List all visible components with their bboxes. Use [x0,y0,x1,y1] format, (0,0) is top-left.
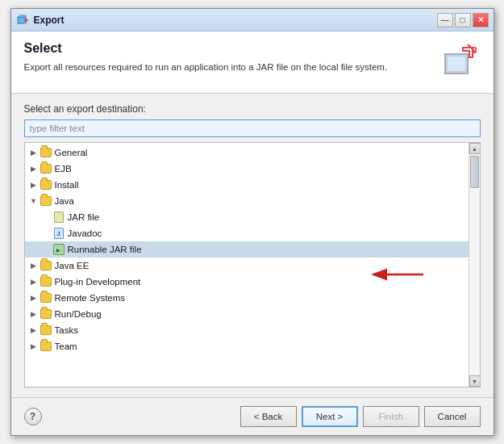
help-button[interactable]: ? [24,408,42,425]
header-description: Export all resources required to run an … [24,61,431,73]
tree-item-install[interactable]: ▶ Install [25,177,469,193]
window-icon [16,14,29,27]
section-label: Select an export destination: [24,103,481,115]
filter-input[interactable] [24,119,481,137]
toggle-run-debug[interactable]: ▶ [28,308,40,320]
toggle-remote-systems[interactable]: ▶ [28,292,40,304]
scroll-up-button[interactable]: ▲ [469,143,481,154]
tree-container: ▶ General ▶ EJB ▶ Install [24,142,481,387]
title-bar: Export — □ ✕ [11,9,494,31]
content-section: Select an export destination: ▶ General … [11,94,494,397]
folder-icon-team [40,340,52,353]
header-title: Select [24,41,431,56]
folder-icon-run-debug [40,308,52,320]
label-runnable-jar: Runnable JAR file [68,245,142,254]
next-button[interactable]: Next > [302,406,358,427]
label-tasks: Tasks [55,325,78,335]
toggle-install[interactable]: ▶ [28,179,40,191]
jar-icon [52,211,65,224]
label-plugin-dev: Plug-in Development [55,277,141,287]
tree-item-run-debug[interactable]: ▶ Run/Debug [25,306,469,322]
footer-section: ? < Back Next > Finish Cancel [11,397,494,435]
scrollbar-thumb[interactable] [470,156,479,188]
close-button[interactable]: ✕ [473,13,489,27]
tree-item-java-ee[interactable]: ▶ Java EE [25,258,469,274]
export-dialog: Export — □ ✕ Select Export all resources… [10,8,494,436]
footer-left: ? [24,408,42,425]
tree-item-team[interactable]: ▶ Team [25,338,469,354]
label-ejb: EJB [55,164,72,174]
footer-buttons: < Back Next > Finish Cancel [240,406,481,427]
tree-item-runnable-jar[interactable]: ▶ Runnable JAR file [25,241,469,258]
folder-icon-tasks [40,324,52,337]
toggle-team[interactable]: ▶ [28,341,40,352]
scrollbar[interactable]: ▲ ▼ [469,143,480,387]
folder-icon-java-ee [40,259,52,272]
tree-item-jar-file[interactable]: ▶ JAR file [25,209,469,225]
cancel-button[interactable]: Cancel [424,406,481,427]
finish-button[interactable]: Finish [363,406,419,427]
minimize-button[interactable]: — [437,13,453,27]
tree-item-tasks[interactable]: ▶ Tasks [25,322,469,338]
tree-scroll-area[interactable]: ▶ General ▶ EJB ▶ Install [25,143,480,387]
svg-rect-2 [447,56,466,72]
title-controls: — □ ✕ [437,13,489,27]
toggle-tasks[interactable]: ▶ [28,325,40,336]
tree-item-javadoc[interactable]: ▶ J Javadoc [25,225,469,241]
header-section: Select Export all resources required to … [11,31,494,94]
toggle-java-ee[interactable]: ▶ [28,260,40,271]
window-title: Export [34,15,437,26]
scroll-down-button[interactable]: ▼ [469,375,481,387]
label-install: Install [55,180,79,190]
runnable-icon [52,243,65,256]
folder-icon-general [40,146,52,159]
folder-icon-ejb [40,162,52,175]
toggle-plugin-dev[interactable]: ▶ [28,276,40,287]
folder-icon-plugin-dev [40,275,52,288]
label-jar-file: JAR file [68,212,100,222]
label-run-debug: Run/Debug [55,309,102,319]
tree-list: ▶ General ▶ EJB ▶ Install [25,143,469,356]
label-team: Team [55,341,77,351]
label-java-ee: Java EE [55,261,90,270]
folder-icon-install [40,178,52,191]
maximize-button[interactable]: □ [455,13,471,27]
label-remote-systems: Remote Systems [55,293,126,303]
tree-item-ejb[interactable]: ▶ EJB [25,161,469,177]
label-javadoc: Javadoc [68,228,102,238]
javadoc-icon: J [52,227,65,240]
tree-item-remote-systems[interactable]: ▶ Remote Systems [25,290,469,306]
folder-icon-remote-systems [40,291,52,304]
tree-item-general[interactable]: ▶ General [25,145,469,161]
export-icon [439,41,481,83]
label-java: Java [55,196,74,206]
label-general: General [55,148,88,157]
tree-item-plugin-dev[interactable]: ▶ Plug-in Development [25,274,469,290]
scrollbar-track[interactable] [469,154,480,375]
toggle-ejb[interactable]: ▶ [28,163,40,174]
tree-item-java[interactable]: ▼ Java [25,193,469,209]
back-button[interactable]: < Back [240,406,297,427]
header-text: Select Export all resources required to … [24,41,431,73]
toggle-general[interactable]: ▶ [28,147,40,158]
folder-icon-java [40,195,52,207]
toggle-java[interactable]: ▼ [28,195,40,207]
